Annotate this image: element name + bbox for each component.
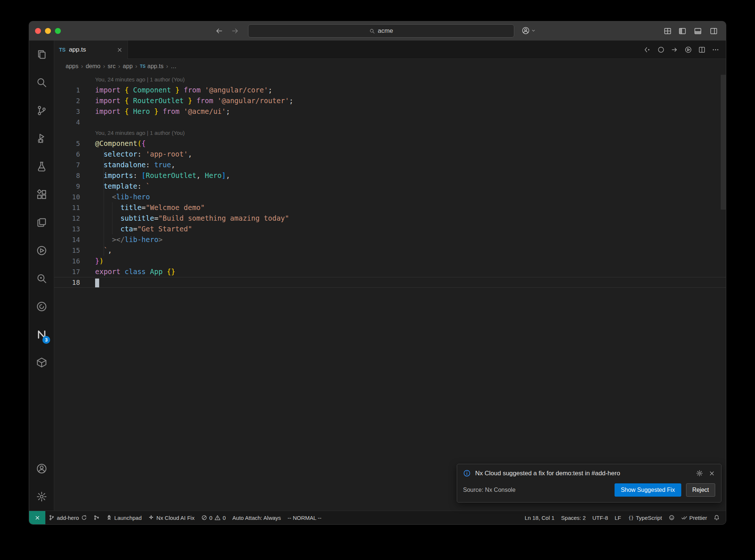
toggle-secondary-sidebar-button[interactable] (710, 27, 718, 35)
notification-close-icon[interactable] (709, 470, 715, 477)
customize-layout-button[interactable] (664, 27, 672, 35)
activity-item-explorer[interactable] (29, 41, 54, 69)
vertical-scrollbar[interactable] (721, 75, 726, 210)
status-auto-attach[interactable]: Auto Attach: Always (229, 511, 284, 524)
code-line-15[interactable]: 15 `, (54, 245, 726, 256)
status-cursor-position-label: Ln 18, Col 1 (525, 515, 554, 521)
remote-explorer-icon (36, 217, 47, 228)
activity-item-code-search[interactable] (29, 265, 54, 293)
status-prettier[interactable]: Prettier (678, 511, 710, 524)
toggle-primary-sidebar-button[interactable] (678, 27, 686, 35)
status-problems[interactable]: 00 (198, 511, 229, 524)
editor-action-more-actions[interactable] (712, 46, 719, 53)
toggle-panel-button[interactable] (694, 27, 702, 35)
status-encoding-label: UTF-8 (592, 515, 608, 521)
code-token: class (125, 267, 146, 276)
status-vim-mode[interactable]: -- NORMAL -- (284, 511, 325, 524)
editor-action-open-changes[interactable] (644, 46, 651, 53)
activity-item-nx-console[interactable]: 3 (29, 321, 54, 349)
code-token (159, 107, 163, 115)
code-token: { (125, 97, 129, 105)
tab-app-ts[interactable]: TS app.ts (54, 41, 128, 59)
code-line-14[interactable]: 14 ></lib-hero> (54, 234, 726, 245)
editor-column: TS app.ts apps›demo›src›app›TSapp.ts›… Y… (54, 41, 726, 511)
activity-item-run-circle[interactable] (29, 237, 54, 265)
code-line-16[interactable]: 16}) (54, 256, 726, 266)
status-remote[interactable] (29, 511, 45, 524)
code-line-1[interactable]: 1import { Component } from '@angular/cor… (54, 85, 726, 95)
breadcrumb-item[interactable]: TSapp.ts (140, 63, 163, 70)
editor-action-run-file[interactable] (685, 46, 692, 53)
code-token (95, 225, 121, 233)
breadcrumb-item-label: app.ts (147, 63, 164, 70)
code-line-6[interactable]: 6 selector: 'app-root', (54, 149, 726, 160)
close-tab-icon[interactable] (116, 47, 123, 53)
minimize-window-button[interactable] (45, 28, 51, 34)
navigate-back-button[interactable] (215, 27, 223, 35)
code-line-18[interactable]: 18 (54, 277, 726, 288)
activity-item-remote-explorer[interactable] (29, 209, 54, 237)
code-line-12[interactable]: 12 subtitle="Build something amazing tod… (54, 213, 726, 224)
tab-bar: TS app.ts (54, 41, 726, 59)
code-token: } (154, 107, 158, 115)
status-launchpad[interactable]: Launchpad (103, 511, 145, 524)
code-line-4[interactable]: 4 (54, 117, 726, 127)
activity-item-search[interactable] (29, 69, 54, 97)
code-token (95, 214, 121, 222)
breadcrumb-item[interactable]: demo (86, 63, 100, 70)
zoom-window-button[interactable] (55, 28, 61, 34)
activity-item-copilot[interactable] (29, 293, 54, 321)
navigate-forward-button[interactable] (231, 27, 239, 35)
notification-settings-icon[interactable] (696, 470, 703, 477)
activity-item-containers[interactable] (29, 349, 54, 377)
code-line-13[interactable]: 13 cta="Get Started" (54, 224, 726, 234)
status-feedback[interactable] (665, 511, 678, 524)
show-suggested-fix-button[interactable]: Show Suggested Fix (615, 483, 681, 497)
status-nx-cloud-ai-fix[interactable]: Nx Cloud AI Fix (145, 511, 198, 524)
code-line-8[interactable]: 8 imports: [RouterOutlet, Hero], (54, 170, 726, 181)
status-encoding[interactable]: UTF-8 (589, 511, 612, 524)
breadcrumb-item[interactable]: src (108, 63, 115, 70)
account-menu-button[interactable] (522, 27, 536, 35)
editor-action-split-editor[interactable] (698, 46, 706, 53)
activity-item-settings[interactable] (29, 483, 54, 511)
code-line-9[interactable]: 9 template: ` (54, 181, 726, 192)
code-token: ` (95, 246, 108, 254)
command-center-search[interactable]: acme (248, 24, 514, 38)
activity-item-run-debug[interactable] (29, 125, 54, 153)
status-language[interactable]: {}TypeScript (624, 511, 665, 524)
code-line-2[interactable]: 2import { RouterOutlet } from '@angular/… (54, 95, 726, 106)
activity-item-account[interactable] (29, 455, 54, 483)
status-cursor-position[interactable]: Ln 18, Col 1 (521, 511, 558, 524)
code-token: export (95, 267, 121, 276)
status-notifications-bell[interactable] (710, 511, 723, 524)
activity-item-source-control[interactable] (29, 97, 54, 125)
code-line-17[interactable]: 17export class App {} (54, 266, 726, 277)
status-eol[interactable]: LF (611, 511, 624, 524)
code-editor[interactable]: You, 24 minutes ago | 1 author (You)1imp… (54, 73, 726, 511)
code-token: : (133, 171, 142, 179)
chevron-down-icon (531, 28, 536, 33)
line-number: 3 (54, 106, 80, 117)
code-line-7[interactable]: 7 standalone: true, (54, 160, 726, 170)
editor-action-circle[interactable] (657, 46, 665, 53)
branch-icon (49, 515, 55, 521)
status-branch[interactable]: add-hero (45, 511, 90, 524)
breadcrumb-item[interactable]: … (171, 63, 177, 70)
close-window-button[interactable] (35, 28, 41, 34)
vim-block-cursor (95, 279, 99, 287)
line-number: 15 (54, 245, 80, 256)
breadcrumb-item[interactable]: apps (66, 63, 79, 70)
breadcrumb-item[interactable]: app (123, 63, 133, 70)
code-line-5[interactable]: 5@Component({ (54, 138, 726, 149)
activity-item-testing[interactable] (29, 153, 54, 181)
status-source-graph[interactable] (90, 511, 103, 524)
code-line-3[interactable]: 3import { Hero } from '@acme/ui'; (54, 106, 726, 117)
code-line-11[interactable]: 11 title="Welcmoe demo" (54, 202, 726, 213)
code-line-10[interactable]: 10 <lib-hero (54, 192, 726, 202)
status-indentation[interactable]: Spaces: 2 (558, 511, 589, 524)
status-prettier-label: Prettier (689, 515, 707, 521)
activity-item-extensions[interactable] (29, 181, 54, 209)
editor-action-goto[interactable] (671, 46, 678, 53)
reject-button[interactable]: Reject (686, 483, 715, 497)
